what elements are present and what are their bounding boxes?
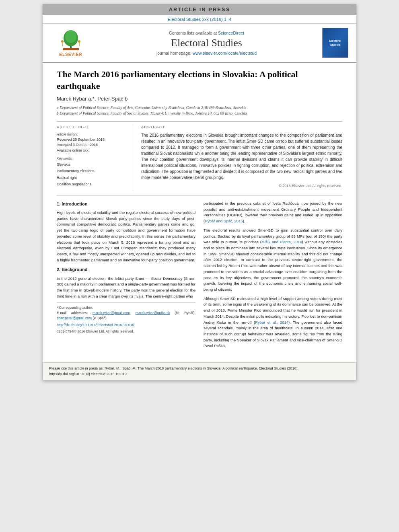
- elsevier-wordmark: ELSEVIER: [59, 52, 82, 57]
- accepted-date: Accepted 3 October 2016: [57, 142, 127, 148]
- available-online: Available online xxx: [57, 148, 127, 154]
- main-content: The March 2016 parliamentary elections i…: [43, 63, 356, 358]
- doi-link[interactable]: http://dx.doi.org/10.1016/j.electstud.20…: [57, 322, 195, 328]
- affiliations: a Department of Political Science, Facul…: [57, 105, 342, 117]
- copyright-line: © 2016 Elsevier Ltd. All rights reserved…: [141, 184, 342, 188]
- email-link-1[interactable]: marek.rybar@gmail.com: [93, 311, 130, 315]
- body-columns: 1. Introduction High levels of electoral…: [57, 201, 342, 352]
- body-right-column: participated in the previous cabinet of …: [204, 201, 342, 352]
- keywords-label: Keywords:: [57, 156, 127, 160]
- history-label: Article history:: [57, 132, 127, 136]
- journal-homepage-link[interactable]: www.elsevier.com/locate/electstud: [193, 51, 257, 55]
- keyword-coalition: Coalition negotiations: [57, 181, 127, 187]
- keywords-group: Keywords: Slovakia Parliamentary electio…: [57, 156, 127, 187]
- journal-header: ELSEVIER Contents lists available at Sci…: [43, 24, 356, 63]
- article-in-press-banner: ARTICLE IN PRESS: [43, 4, 356, 15]
- article-history-group: Article history: Received 29 September 2…: [57, 132, 127, 154]
- elsevier-logo: ELSEVIER: [51, 29, 91, 57]
- svg-point-5: [61, 40, 64, 43]
- abstract-text: The 2016 parliamentary elections in Slov…: [141, 132, 342, 181]
- svg-point-7: [78, 40, 80, 43]
- abstract-label: ABSTRACT: [141, 125, 342, 129]
- header-divider: [57, 121, 342, 122]
- affiliation-b: b Department of Political Science, Facul…: [57, 111, 342, 116]
- email-link-2[interactable]: marek.rybar@uniba.sk: [136, 311, 170, 315]
- journal-cover-image: Electoral Studies: [322, 28, 348, 58]
- email-link-3[interactable]: spac.peter@gmail.com: [57, 316, 92, 320]
- keyword-parliamentary: Parliamentary elections: [57, 168, 127, 174]
- contents-line: Contents lists available at ScienceDirec…: [91, 31, 322, 35]
- body-left-column: 1. Introduction High levels of electoral…: [57, 201, 195, 352]
- journal-url: journal homepage: www.elsevier.com/locat…: [91, 51, 322, 55]
- email-note: E-mail addresses: marek.rybar@gmail.com,…: [57, 310, 195, 321]
- authors-line: Marek Rybář a,*, Peter Spáč b: [57, 96, 342, 102]
- received-date: Received 29 September 2016: [57, 137, 127, 143]
- abstract-column: ABSTRACT The 2016 parliamentary election…: [141, 125, 342, 191]
- keywords-list: Slovakia Parliamentary elections Radical…: [57, 161, 127, 187]
- right-para-3: Although Smer-SD maintained a high level…: [204, 296, 342, 349]
- right-para-1: participated in the previous cabinet of …: [204, 201, 342, 224]
- keyword-slovakia: Slovakia: [57, 161, 127, 168]
- ref-misik-pienta[interactable]: Mišík and Pienta, 2014: [261, 240, 302, 244]
- intro-para-1: High levels of electoral volatility and …: [57, 210, 195, 263]
- keyword-radical: Radical right: [57, 175, 127, 181]
- footnote-area: * Corresponding author. E-mail addresses…: [57, 302, 195, 334]
- issn-line: 0261-3794/© 2016 Elsevier Ltd. All right…: [57, 329, 195, 334]
- article-info-label: ARTICLE INFO: [57, 125, 127, 129]
- svg-rect-4: [63, 48, 79, 50]
- article-title: The March 2016 parliamentary elections i…: [57, 69, 342, 92]
- corresponding-note: * Corresponding author.: [57, 305, 195, 310]
- intro-heading: 1. Introduction: [57, 201, 195, 207]
- background-para-1: In the 2012 general election, the leftis…: [57, 276, 195, 300]
- sciencedirect-link[interactable]: ScienceDirect: [218, 31, 244, 35]
- section-divider-1: [57, 195, 342, 196]
- ref-rybar-et-al[interactable]: Rybář et al., 2014: [255, 320, 288, 325]
- elsevier-tree-icon: [57, 29, 85, 51]
- journal-info-line: Electoral Studies xxx (2016) 1–4: [43, 15, 356, 24]
- affiliation-a: a Department of Political Science, Facul…: [57, 105, 342, 111]
- citation-bar: Please cite this article in press as: Ry…: [43, 362, 356, 380]
- svg-point-3: [65, 30, 76, 43]
- ref-rybar-spac[interactable]: Rybář and Spáč, 2015: [205, 219, 243, 223]
- background-heading: 2. Background: [57, 266, 195, 273]
- right-para-2: The electoral results allowed Smer-SD to…: [204, 228, 342, 293]
- journal-center-info: Contents lists available at ScienceDirec…: [91, 31, 322, 55]
- journal-title: Electoral Studies: [91, 37, 322, 49]
- article-info-column: ARTICLE INFO Article history: Received 2…: [57, 125, 133, 191]
- info-abstract-columns: ARTICLE INFO Article history: Received 2…: [57, 125, 342, 191]
